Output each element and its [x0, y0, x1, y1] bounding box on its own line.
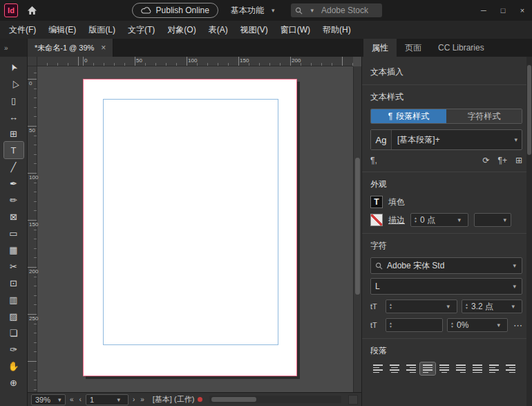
align-center-button-bars-icon	[390, 369, 399, 371]
paragraph-styles-tab[interactable]: ¶段落样式	[371, 109, 446, 123]
justify-last-right-button[interactable]	[453, 362, 468, 375]
zoom-tool[interactable]: ⊕	[4, 374, 23, 391]
last-page-button[interactable]: »	[139, 396, 146, 403]
page-tool[interactable]: ▯	[4, 92, 23, 109]
direct-selection-tool[interactable]: ▷	[4, 75, 23, 92]
document-tab[interactable]: *未命名-1 @ 39% ×	[28, 39, 113, 57]
rectangle-tool[interactable]: ▭	[4, 225, 23, 241]
stroke-label[interactable]: 描边	[388, 214, 405, 226]
maximize-button[interactable]: □	[493, 0, 513, 21]
tools-panel-collapse[interactable]: »	[0, 39, 27, 57]
kerning-field[interactable]: ▲▼	[386, 318, 443, 332]
menu-view[interactable]: 视图(V)	[234, 21, 274, 39]
justify-last-left-button[interactable]	[420, 362, 435, 375]
panel-scrollbar[interactable]	[526, 57, 532, 406]
align-right-button[interactable]	[403, 362, 419, 375]
scrollbar-thumb[interactable]	[211, 397, 256, 402]
home-icon[interactable]	[23, 2, 40, 19]
style-override-icon[interactable]: ¶+	[497, 156, 506, 165]
horizontal-grid-tool[interactable]: ▦	[4, 241, 23, 258]
tab-close-icon[interactable]: ×	[101, 43, 106, 53]
menu-window[interactable]: 窗口(W)	[274, 21, 316, 39]
panel-tab-pages[interactable]: 页面	[397, 39, 430, 57]
scrollbar-thumb[interactable]	[527, 65, 531, 155]
minimize-button[interactable]: ─	[474, 0, 493, 21]
panel-tab-properties[interactable]: 属性	[363, 39, 397, 57]
previous-page-button[interactable]: ‹	[78, 396, 83, 403]
menu-type[interactable]: 文字(T)	[122, 21, 161, 39]
canvas-vertical-scrollbar[interactable]	[353, 66, 361, 392]
stepper-arrows-icon[interactable]: ▲▼	[389, 303, 392, 310]
character-styles-tab[interactable]: 字符样式	[446, 109, 522, 123]
redefine-style-icon[interactable]: ⟳	[482, 156, 489, 165]
chevron-down-icon: ▾	[507, 303, 519, 310]
font-style-dropdown[interactable]: L ▾	[370, 278, 522, 295]
vertical-ruler[interactable]: 050100150200250	[28, 66, 37, 392]
justify-last-center-button[interactable]	[437, 362, 452, 375]
menu-edit[interactable]: 编辑(E)	[42, 21, 82, 39]
workspace-switcher[interactable]: 基本功能 ▾	[231, 5, 279, 17]
leading-field[interactable]: ▲▼ 3.2 点 ▾	[462, 299, 522, 313]
fill-color-swatch[interactable]: T	[370, 196, 383, 208]
stepper-arrows-icon[interactable]: ▲▼	[450, 322, 454, 329]
justify-all-button[interactable]	[470, 362, 485, 375]
gradient-feather-tool[interactable]: ▨	[4, 308, 23, 324]
pencil-tool[interactable]: ✏	[4, 192, 23, 208]
note-tool[interactable]: ❏	[4, 324, 23, 341]
hand-tool[interactable]: ✋	[4, 358, 23, 374]
align-left-button[interactable]	[370, 362, 386, 375]
divider	[362, 338, 532, 339]
menu-help[interactable]: 帮助(H)	[316, 21, 357, 39]
paragraph-mark-icon[interactable]: ¶,	[370, 156, 377, 165]
rectangle-frame-tool[interactable]: ⊠	[4, 208, 23, 225]
pasteboard[interactable]	[37, 66, 353, 392]
stepper-arrows-icon[interactable]: ▲▼	[414, 216, 417, 223]
horizontal-ruler[interactable]: 050100150200	[37, 57, 353, 66]
stroke-type-dropdown[interactable]: ▾	[474, 213, 511, 227]
stepper-arrows-icon[interactable]: ▲▼	[389, 322, 392, 329]
zoom-level-select[interactable]: 39% ▾	[31, 394, 66, 405]
canvas-horizontal-scrollbar[interactable]	[209, 396, 341, 403]
content-collector-tool[interactable]: ⊞	[4, 125, 23, 142]
selection-tool[interactable]: ➤	[4, 59, 23, 75]
type-tool[interactable]: T	[4, 142, 23, 158]
scrollbar-thumb[interactable]	[355, 158, 360, 295]
next-page-button[interactable]: ›	[131, 396, 136, 403]
paragraph-style-dropdown[interactable]: Ag [基本段落]+ ▾	[370, 129, 522, 150]
publish-online-button[interactable]: Publish Online	[132, 3, 218, 18]
close-button[interactable]: ×	[513, 0, 532, 21]
new-style-icon[interactable]: ⊞	[515, 156, 522, 165]
line-tool[interactable]: ╱	[4, 158, 23, 175]
stepper-arrows-icon[interactable]: ▲▼	[465, 303, 468, 310]
font-size-field[interactable]: ▲▼ ▾	[386, 299, 457, 313]
menu-object[interactable]: 对象(O)	[161, 21, 202, 39]
text-insert-title: 文本插入	[370, 66, 522, 78]
pen-tool[interactable]: ✒	[4, 175, 23, 192]
document-page[interactable]	[83, 79, 297, 376]
free-transform-tool[interactable]: ⊡	[4, 275, 23, 291]
menu-table[interactable]: 表(A)	[202, 21, 234, 39]
tracking-field[interactable]: ▲▼ 0% ▾	[447, 318, 508, 332]
scissors-tool[interactable]: ✂	[4, 258, 23, 275]
menu-layout[interactable]: 版面(L)	[82, 21, 122, 39]
align-toward-spine-button[interactable]	[486, 362, 502, 375]
stroke-weight-field[interactable]: ▲▼ 0 点 ▾	[410, 213, 468, 227]
more-options-button[interactable]: ⋯	[512, 320, 522, 331]
preflight-menu[interactable]: [基本] (工作)	[153, 394, 203, 405]
stroke-color-swatch[interactable]	[370, 214, 383, 226]
page-number-select[interactable]: 1 ▾	[86, 394, 129, 405]
gradient-swatch-tool[interactable]: ▥	[4, 291, 23, 308]
gap-tool[interactable]: ↔	[4, 109, 23, 125]
menu-file[interactable]: 文件(F)	[3, 21, 42, 39]
ruler-origin[interactable]	[28, 57, 37, 66]
font-size-icon: tT	[370, 302, 381, 311]
panel-tab-cc-libraries[interactable]: CC Libraries	[430, 39, 493, 57]
gap-tool-icon: ↔	[9, 112, 18, 122]
font-family-dropdown[interactable]: Adobe 宋体 Std ▾	[370, 257, 522, 274]
first-page-button[interactable]: «	[68, 396, 75, 403]
align-away-spine-button[interactable]	[503, 362, 518, 375]
chevron-down-icon: ▾	[509, 262, 520, 269]
align-center-button[interactable]	[387, 362, 402, 375]
stock-search-field[interactable]: ▾ Adobe Stock	[291, 3, 382, 17]
eyedropper-tool[interactable]: ✑	[4, 341, 23, 358]
